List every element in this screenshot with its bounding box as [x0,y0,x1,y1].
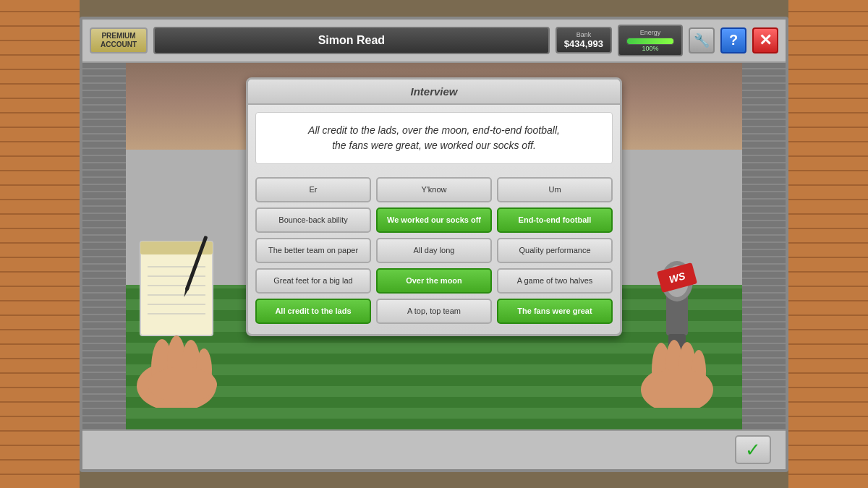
help-button[interactable]: ? [720,27,746,53]
energy-bar-fill [627,38,673,44]
outer-background: PREMIUM ACCOUNT Simon Read Bank $434,993… [0,0,868,488]
phrase-btn-over-moon[interactable]: Over the moon [376,268,492,294]
interview-quote: All credit to the lads, over the moon, e… [255,112,613,164]
phrase-btn-er[interactable]: Er [255,177,371,202]
phrase-btn-fans-great[interactable]: The fans were great [497,299,613,324]
energy-label: Energy [626,29,674,36]
energy-bar-background [626,38,674,45]
close-button[interactable]: ✕ [752,27,778,53]
phrase-btn-bounce-back[interactable]: Bounce-back ability [255,207,371,233]
confirm-button[interactable]: ✓ [735,435,771,464]
phrase-btn-yknow[interactable]: Y'know [376,177,492,202]
player-name-display: Simon Read [153,27,550,54]
svg-point-30 [645,369,712,403]
svg-point-15 [148,367,217,403]
energy-percentage: 100% [626,45,674,52]
right-hand-illustration: WS [619,227,749,408]
phrase-btn-quality[interactable]: Quality performance [497,238,613,263]
tools-button[interactable]: 🔧 [689,27,715,53]
bottom-bar: ✓ [82,429,786,469]
bank-amount: $434,993 [564,38,603,49]
phrase-btn-um[interactable]: Um [497,177,613,202]
bank-label: Bank [564,31,603,38]
phrase-btn-top-team[interactable]: A top, top team [376,299,492,324]
phrase-btn-end-to-end[interactable]: End-to-end football [497,207,613,233]
phrase-btn-all-day-long[interactable]: All day long [376,238,492,263]
left-brick-column [0,0,80,488]
svg-rect-0 [140,241,213,335]
phrase-btn-better-team[interactable]: The better team on paper [255,238,371,263]
phrase-btn-all-credit[interactable]: All credit to the lads [255,299,371,324]
left-hand-illustration [119,227,263,408]
phrase-btn-socks-off[interactable]: We worked our socks off [376,207,492,233]
interview-title: Interview [248,80,620,105]
phrase-btn-great-feet[interactable]: Great feet for a big lad [255,268,371,294]
game-window: PREMIUM ACCOUNT Simon Read Bank $434,993… [80,17,788,472]
phrase-button-grid: ErY'knowUmBounce-back abilityWe worked o… [248,171,620,335]
premium-account-button[interactable]: PREMIUM ACCOUNT [90,27,148,53]
right-brick-column [788,0,868,488]
energy-panel: Energy 100% [618,25,683,56]
content-area: WS Interview All credit to the lads, ove… [82,63,786,429]
interview-panel: Interview All credit to the lads, over t… [246,77,622,337]
bank-panel: Bank $434,993 [556,27,612,53]
phrase-btn-two-halves[interactable]: A game of two halves [497,268,613,294]
top-bar: PREMIUM ACCOUNT Simon Read Bank $434,993… [82,20,786,63]
